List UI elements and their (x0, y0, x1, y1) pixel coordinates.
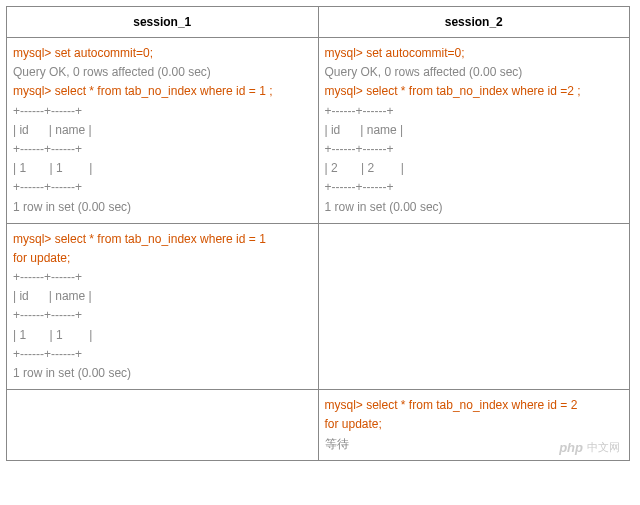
table-border: +------+------+ (325, 178, 624, 197)
header-session-2: session_2 (318, 7, 630, 38)
row-count: 1 row in set (0.00 sec) (13, 198, 312, 217)
cell-s1-step3 (7, 390, 319, 461)
cell-s1-step1: mysql> set autocommit=0; Query OK, 0 row… (7, 38, 319, 224)
table-border: +------+------+ (13, 178, 312, 197)
sql-command: select * from tab_no_index where id = 1 … (55, 84, 273, 98)
row-count: 1 row in set (0.00 sec) (325, 198, 624, 217)
sql-command: select * from tab_no_index where id = 1 (55, 232, 266, 246)
prompt: mysql> (325, 398, 367, 412)
query-result: Query OK, 0 rows affected (0.00 sec) (13, 63, 312, 82)
table-header-row: | id | name | (13, 287, 312, 306)
table-border: +------+------+ (325, 102, 624, 121)
watermark-text: 中文网 (587, 440, 620, 455)
table-border: +------+------+ (325, 140, 624, 159)
table-data-row: | 1 | 1 | (13, 326, 312, 345)
prompt: mysql> (13, 232, 55, 246)
sql-command-cont: for update; (13, 249, 312, 268)
table-row: mysql> select * from tab_no_index where … (7, 223, 630, 390)
header-session-1: session_1 (7, 7, 319, 38)
row-count: 1 row in set (0.00 sec) (13, 364, 312, 383)
table-border: +------+------+ (13, 102, 312, 121)
table-border: +------+------+ (13, 140, 312, 159)
prompt: mysql> (13, 46, 55, 60)
table-border: +------+------+ (13, 268, 312, 287)
session-comparison-table: session_1 session_2 mysql> set autocommi… (6, 6, 630, 461)
sql-command: set autocommit=0; (55, 46, 153, 60)
sql-command: set autocommit=0; (366, 46, 464, 60)
cell-s1-step2: mysql> select * from tab_no_index where … (7, 223, 319, 390)
table-row: mysql> set autocommit=0; Query OK, 0 row… (7, 38, 630, 224)
table-data-row: | 2 | 2 | (325, 159, 624, 178)
sql-command-cont: for update; (325, 415, 624, 434)
query-result: Query OK, 0 rows affected (0.00 sec) (325, 63, 624, 82)
table-data-row: | 1 | 1 | (13, 159, 312, 178)
table-header-row: | id | name | (325, 121, 624, 140)
watermark-logo: php (559, 440, 583, 455)
prompt: mysql> (325, 84, 367, 98)
watermark: php 中文网 (559, 440, 620, 455)
prompt: mysql> (13, 84, 55, 98)
table-border: +------+------+ (13, 306, 312, 325)
cell-s2-step1: mysql> set autocommit=0; Query OK, 0 row… (318, 38, 630, 224)
table-header-row: | id | name | (13, 121, 312, 140)
table-border: +------+------+ (13, 345, 312, 364)
sql-command: select * from tab_no_index where id =2 ; (366, 84, 580, 98)
sql-command: select * from tab_no_index where id = 2 (366, 398, 577, 412)
table-row: mysql> select * from tab_no_index where … (7, 390, 630, 461)
prompt: mysql> (325, 46, 367, 60)
cell-s2-step2 (318, 223, 630, 390)
